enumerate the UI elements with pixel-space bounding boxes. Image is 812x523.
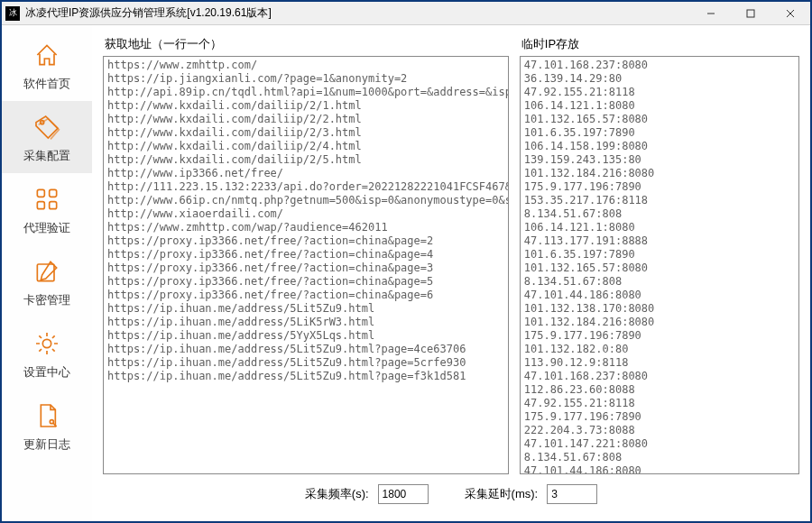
home-icon <box>32 40 62 70</box>
delay-input[interactable] <box>547 484 597 504</box>
freq-label: 采集频率(s): <box>305 486 369 502</box>
sidebar-item-card[interactable]: 卡密管理 <box>2 245 92 317</box>
svg-rect-6 <box>50 189 57 197</box>
sidebar-item-label: 采集配置 <box>23 148 70 164</box>
sidebar-item-label: 代理验证 <box>23 220 70 236</box>
main-panel: 获取地址（一行一个） 临时IP存放 采集频率(s): 采集延时(ms): <box>92 25 810 521</box>
doc-icon <box>32 400 62 431</box>
ips-textarea[interactable] <box>520 56 799 474</box>
edit-icon <box>32 256 62 287</box>
svg-rect-7 <box>37 202 44 209</box>
sidebar: 软件首页 采集配置 代理验证 卡密管理 设置中心 <box>2 25 92 521</box>
delay-label: 采集延时(ms): <box>465 486 539 502</box>
close-button[interactable] <box>770 2 810 25</box>
ips-label: 临时IP存放 <box>520 36 799 52</box>
minimize-button[interactable] <box>691 2 731 25</box>
window-title: 冰凌代理IP资源供应分销管理系统[v1.20.19.61版本] <box>25 5 691 21</box>
minimize-icon <box>706 9 715 18</box>
sidebar-item-verify[interactable]: 代理验证 <box>2 173 92 245</box>
sidebar-item-changelog[interactable]: 更新日志 <box>2 390 92 462</box>
svg-rect-5 <box>37 189 44 197</box>
svg-rect-1 <box>747 10 754 17</box>
sidebar-item-label: 卡密管理 <box>23 292 70 308</box>
sidebar-item-label: 设置中心 <box>23 364 70 381</box>
close-icon <box>786 9 795 18</box>
bottom-controls: 采集频率(s): 采集延时(ms): <box>103 474 799 514</box>
tag-icon <box>32 112 62 142</box>
maximize-button[interactable] <box>731 2 770 25</box>
sidebar-item-label: 软件首页 <box>23 76 70 92</box>
freq-input[interactable] <box>378 484 429 504</box>
titlebar: 冰 冰凌代理IP资源供应分销管理系统[v1.20.19.61版本] <box>2 2 810 25</box>
sidebar-item-home[interactable]: 软件首页 <box>2 29 92 101</box>
app-icon: 冰 <box>5 6 20 21</box>
svg-point-10 <box>42 339 51 347</box>
urls-label: 获取地址（一行一个） <box>103 36 509 52</box>
sidebar-item-label: 更新日志 <box>23 436 70 453</box>
urls-textarea[interactable] <box>103 56 509 474</box>
grid-icon <box>32 184 62 215</box>
gear-icon <box>32 328 62 359</box>
maximize-icon <box>746 9 755 18</box>
sidebar-item-settings[interactable]: 设置中心 <box>2 317 92 390</box>
sidebar-item-collect[interactable]: 采集配置 <box>2 101 92 173</box>
svg-rect-8 <box>50 202 57 209</box>
